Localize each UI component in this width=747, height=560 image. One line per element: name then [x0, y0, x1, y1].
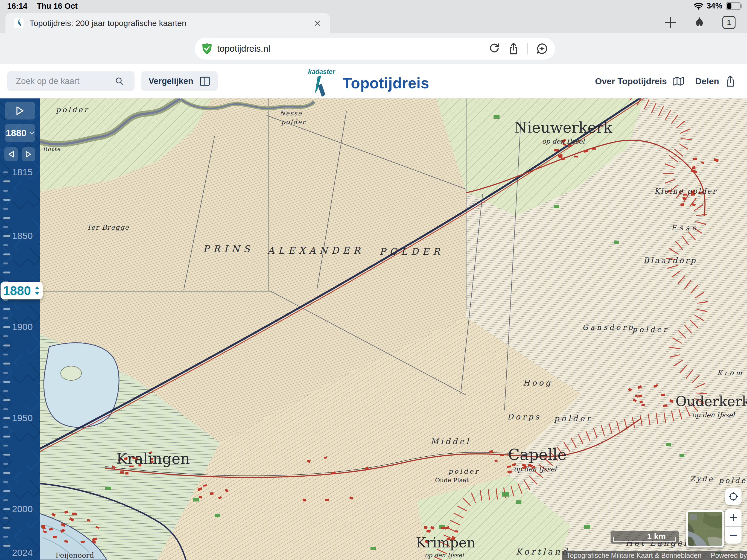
map-label: polder: [56, 105, 89, 114]
tab-count: 1: [727, 19, 731, 27]
timeline-year-1850[interactable]: 1850: [12, 230, 33, 241]
split-view-icon: [199, 76, 210, 86]
site-logo[interactable]: kadaster Topotijdreis: [308, 67, 429, 100]
timeline-tick: [3, 362, 10, 364]
kadaster-logo-icon: [308, 75, 327, 100]
map-label: ALEXANDER: [267, 245, 364, 256]
timeline-year-1950[interactable]: 1950: [12, 413, 33, 423]
clock: 16:14: [7, 2, 27, 11]
scale-bar: 1 km: [611, 531, 679, 543]
timeline-tick: [3, 180, 10, 182]
timeline-tick: [3, 172, 8, 173]
zoom-control[interactable]: + −: [725, 509, 742, 543]
site-header: Vergelijken kadaster Topotijdreis Over T…: [0, 64, 747, 98]
map-label: Zyde: [690, 475, 714, 483]
zoom-in-button[interactable]: +: [725, 509, 742, 526]
map-label: polder: [448, 467, 480, 475]
extension-sparkle-icon[interactable]: [536, 43, 548, 55]
compare-button[interactable]: Vergelijken: [141, 71, 217, 91]
year-scrub-icon: [34, 286, 40, 295]
map-label: Gansdorp: [583, 323, 635, 331]
date: Thu 16 Oct: [36, 2, 78, 11]
map-label: Rotte: [43, 146, 61, 152]
site-favicon-icon: [14, 18, 24, 28]
overview-minimap[interactable]: [686, 510, 724, 548]
timeline-tick: [3, 226, 8, 228]
timeline-tick: [3, 399, 10, 401]
privacy-shield-icon[interactable]: [202, 43, 212, 54]
share-icon: [725, 75, 736, 87]
map-label: Krom: [717, 369, 744, 377]
tab-overview-icon[interactable]: 1: [722, 16, 736, 29]
timeline-tick: [3, 408, 8, 410]
timeline-tick: [3, 527, 10, 529]
map-label: Krimpen: [416, 535, 475, 551]
timeline-tick: [3, 545, 10, 546]
timeline-tick: [3, 472, 10, 474]
map-label: Kralingen: [117, 450, 190, 467]
map-label: Ter Bregge: [87, 224, 129, 231]
share-link[interactable]: Delen: [695, 75, 736, 87]
map-canvas[interactable]: polderRotteNessepolderTer BreggePRINSALE…: [40, 98, 747, 560]
timeline-tick: [3, 262, 8, 264]
timeline-tick: [3, 490, 10, 492]
timeline-year-2024[interactable]: 2024: [12, 548, 33, 558]
tab-bar: Topotijdreis: 200 jaar topografische kaa…: [0, 11, 747, 33]
current-year-value: 1880: [3, 283, 31, 298]
timeline-tick: [3, 345, 10, 347]
reload-icon[interactable]: [488, 43, 500, 54]
map-label: polder: [719, 476, 747, 485]
compare-label: Vergelijken: [149, 76, 193, 86]
url-text: topotijdreis.nl: [217, 44, 270, 54]
browser-tab[interactable]: Topotijdreis: 200 jaar topografische kaa…: [5, 13, 330, 33]
divider: [527, 43, 528, 54]
about-link[interactable]: Over Topotijdreis: [595, 76, 685, 86]
timeline-tick: [3, 381, 10, 383]
address-bar[interactable]: topotijdreis.nl: [195, 38, 555, 59]
timeline-tick: [3, 481, 8, 483]
timeline-tick: [3, 508, 10, 510]
timeline-tick: [3, 326, 10, 328]
map-label: Kleine polder: [654, 187, 717, 195]
timeline-tick: [3, 190, 8, 192]
zoom-out-button[interactable]: −: [725, 527, 742, 543]
map-label: op den IJssel: [542, 137, 585, 145]
flame-icon[interactable]: [694, 16, 705, 29]
map-icon: [673, 76, 685, 86]
timeline-sidebar: 1880 181518501900195020002024 1880: [0, 98, 40, 560]
timeline-tick: [3, 317, 8, 319]
map-label: Nesse: [280, 110, 302, 117]
timeline-tick: [3, 372, 8, 374]
timeline-year-1815[interactable]: 1815: [12, 167, 33, 177]
map-label: Oude Plaat: [435, 477, 469, 484]
attribution-bar: Topografische Militaire Kaart & Bonnebla…: [562, 551, 747, 560]
historic-map-1880[interactable]: polderRotteNessepolderTer BreggePRINSALE…: [40, 98, 747, 560]
map-label: PRINS: [203, 244, 254, 254]
map-label: Capelle: [508, 446, 567, 463]
timeline-year-1900[interactable]: 1900: [12, 322, 33, 332]
map-label: polder: [554, 414, 593, 423]
search-icon[interactable]: [115, 77, 124, 86]
battery-percent: 34%: [706, 1, 722, 10]
timeline-tick: [3, 436, 10, 437]
attribution-source: Topografische Militaire Kaart & Bonnebla…: [567, 552, 701, 559]
map-search[interactable]: [7, 71, 134, 91]
page-share-icon[interactable]: [508, 42, 519, 55]
timeline-tick: [3, 253, 10, 255]
timeline-track[interactable]: 181518501900195020002024: [0, 98, 40, 560]
timeline-tick: [3, 454, 10, 456]
search-input[interactable]: [15, 76, 115, 86]
current-year-pill[interactable]: 1880: [1, 282, 43, 299]
timeline-tick: [3, 244, 8, 246]
timeline-tick: [3, 272, 10, 274]
tab-close-icon[interactable]: [313, 19, 321, 27]
timeline-tick: [3, 390, 8, 392]
map-label: op den IJssel: [425, 552, 465, 559]
map-label: Dorps: [507, 412, 541, 422]
locate-button[interactable]: [725, 488, 742, 505]
timeline-tick: [3, 235, 10, 237]
new-tab-icon[interactable]: [664, 17, 676, 28]
timeline-tick: [3, 444, 8, 447]
map-label: Nieuwerkerk: [514, 119, 613, 136]
timeline-year-2000[interactable]: 2000: [12, 504, 33, 514]
